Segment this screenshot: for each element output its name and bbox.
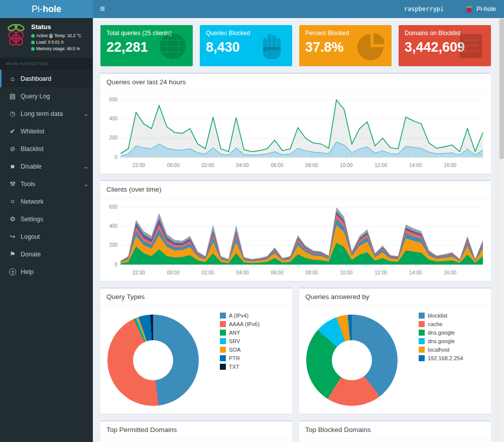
legend-item[interactable]: AAAA (IPv6) <box>220 321 260 327</box>
legend-item[interactable]: PTR <box>220 355 260 361</box>
legend-swatch-icon <box>220 321 226 327</box>
sidebar-item-label: Query Log <box>21 93 50 100</box>
sidebar-item-label: Whitelist <box>21 128 44 135</box>
nav-section-header: MAIN NAVIGATION <box>0 58 93 70</box>
legend-label: 192.168.2.254 <box>428 355 463 361</box>
legend-item[interactable]: blocklist <box>419 313 463 319</box>
legend-item[interactable]: SRV <box>220 338 260 344</box>
logout-icon: ↪ <box>8 233 18 240</box>
svg-text:02:00: 02:00 <box>202 163 215 168</box>
raspberry-icon <box>465 5 473 14</box>
sidebar-item-logout[interactable]: ↪ Logout <box>0 228 93 245</box>
svg-text:22:00: 22:00 <box>133 163 146 168</box>
svg-text:16:00: 16:00 <box>444 163 457 168</box>
svg-text:12:00: 12:00 <box>374 163 388 168</box>
sidebar-item-donate[interactable]: ⚑ Donate <box>0 245 93 263</box>
help-icon: ? <box>8 268 18 275</box>
domains-blocklist-card[interactable]: Domains on Blocklist 3,442,609 <box>399 25 491 66</box>
hand-icon <box>256 30 288 62</box>
sidebar-item-label: Help <box>21 268 34 275</box>
legend-swatch-icon <box>419 313 425 319</box>
legend-item[interactable]: localhost <box>419 347 463 353</box>
svg-text:00:00: 00:00 <box>167 270 180 275</box>
legend-label: dns.google <box>428 338 455 344</box>
sidebar-item-label: Network <box>21 198 44 205</box>
sidebar-item-whitelist[interactable]: ✔ Whitelist <box>0 122 93 140</box>
sidebar-item-label: Logout <box>21 233 40 240</box>
status-text: Status Active Temp: 32.2 °C Load: 0 0.01… <box>31 23 81 53</box>
sidebar: Status Active Temp: 32.2 °C Load: 0 0.01… <box>0 18 93 442</box>
query-types-donut[interactable] <box>107 315 199 406</box>
queries-answered-donut[interactable] <box>306 315 398 406</box>
donut-row: Query Types A (IPv4)AAAA (IPv6)ANYSRVSOA… <box>100 281 491 414</box>
home-icon: ⌂ <box>8 75 18 82</box>
queries-blocked-card[interactable]: Queries Blocked 8,430 <box>200 25 292 66</box>
svg-text:12:00: 12:00 <box>374 270 388 275</box>
legend-label: localhost <box>428 347 449 353</box>
page-scrollbar[interactable] <box>498 0 504 442</box>
load-status-dot <box>31 41 35 44</box>
svg-text:06:00: 06:00 <box>271 270 284 275</box>
temperature-icon <box>49 34 53 38</box>
legend-item[interactable]: SOA <box>220 347 260 353</box>
sidebar-item-blacklist[interactable]: ⊘ Blacklist <box>0 140 93 158</box>
ban-icon: ⊘ <box>8 145 18 153</box>
sidebar-item-long-term-data[interactable]: ◷ Long term data ⌄ <box>0 105 93 122</box>
legend-item[interactable]: TXT <box>220 364 260 370</box>
status-active-label: Active <box>36 33 48 38</box>
panel-title: Queries over last 24 hours <box>100 74 491 91</box>
sidebar-item-network[interactable]: ⌗ Network <box>0 193 93 210</box>
sidebar-item-label: Tools <box>21 181 35 188</box>
total-queries-card[interactable]: Total queries (25 clients) 22,281 <box>100 25 193 66</box>
logo-text-pi: Pi- <box>32 4 43 15</box>
donate-icon: ⚑ <box>8 250 18 258</box>
legend-label: PTR <box>229 355 240 361</box>
sidebar-item-label: Settings <box>21 216 43 223</box>
sidebar-item-settings[interactable]: ⚙ Settings <box>0 210 93 228</box>
clients-over-time-svg[interactable]: 020040060022:0000:0002:0004:0006:0008:00… <box>103 202 486 278</box>
queries-answered-legend: blocklistcachedns.googledns.googlelocalh… <box>419 313 463 407</box>
navbar-main: ≡ raspberrypi Pi-hole <box>93 0 504 18</box>
clients-chart[interactable]: 020040060022:0000:0002:0004:0006:0008:00… <box>100 198 491 281</box>
sidebar-item-query-log[interactable]: ▤ Query Log <box>0 87 93 105</box>
active-status-dot <box>31 34 35 38</box>
legend-swatch-icon <box>419 355 425 361</box>
legend-item[interactable]: cache <box>419 321 463 327</box>
pihole-logo[interactable]: Pi-hole <box>0 0 93 18</box>
svg-text:14:00: 14:00 <box>409 163 422 168</box>
svg-text:06:00: 06:00 <box>271 163 284 168</box>
svg-text:02:00: 02:00 <box>202 270 215 275</box>
legend-item[interactable]: dns.google <box>419 338 463 344</box>
stop-icon: ■ <box>8 163 18 170</box>
svg-text:0: 0 <box>115 155 118 160</box>
sidebar-item-dashboard[interactable]: ⌂ Dashboard <box>0 70 93 87</box>
navbar-pihole-link[interactable]: Pi-hole <box>457 0 504 18</box>
scrollbar-thumb[interactable] <box>499 19 504 159</box>
chevron-down-icon: ⌄ <box>83 180 89 188</box>
svg-text:16:00: 16:00 <box>444 270 457 275</box>
sidebar-item-disable[interactable]: ■ Disable ⌄ <box>0 158 93 175</box>
legend-swatch-icon <box>220 330 226 336</box>
sidebar-item-tools[interactable]: ⚒ Tools ⌄ <box>0 175 93 193</box>
svg-text:04:00: 04:00 <box>236 270 249 275</box>
sidebar-item-label: Blacklist <box>21 145 44 153</box>
panel-title: Queries answered by <box>299 288 491 306</box>
svg-text:00:00: 00:00 <box>167 163 180 168</box>
legend-swatch-icon <box>220 347 226 353</box>
status-panel: Status Active Temp: 32.2 °C Load: 0 0.01… <box>0 18 93 58</box>
legend-item[interactable]: dns.google <box>419 330 463 336</box>
queries-24h-chart[interactable]: 020040060022:0000:0002:0004:0006:0008:00… <box>100 91 491 174</box>
queries-24h-svg[interactable]: 020040060022:0000:0002:0004:0006:0008:00… <box>103 95 486 171</box>
legend-item[interactable]: A (IPv4) <box>220 313 260 319</box>
pihole-raspberry-logo <box>5 23 27 47</box>
legend-item[interactable]: 192.168.2.254 <box>419 355 463 361</box>
percent-blocked-card[interactable]: Percent Blocked 37.8% <box>299 25 392 66</box>
stat-cards-row: Total queries (25 clients) 22,281 Querie… <box>100 25 491 66</box>
sidebar-item-help[interactable]: ? Help <box>0 263 93 280</box>
legend-label: blocklist <box>428 313 447 319</box>
top-blocked-panel: Top Blocked Domains Domain Hits Frequenc… <box>299 420 491 442</box>
legend-swatch-icon <box>220 313 226 319</box>
sidebar-toggle-icon[interactable]: ≡ <box>93 0 112 18</box>
legend-label: dns.google <box>428 330 455 336</box>
legend-item[interactable]: ANY <box>220 330 260 336</box>
